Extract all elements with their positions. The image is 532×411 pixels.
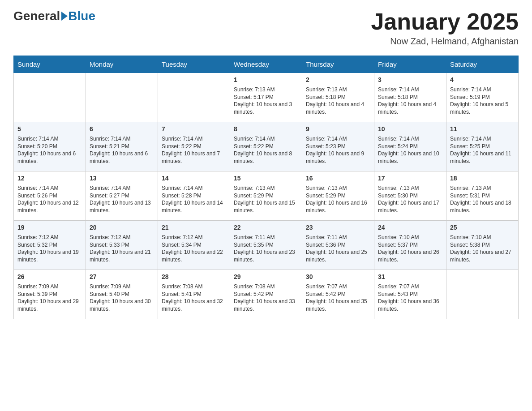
calendar-cell: 5Sunrise: 7:14 AM Sunset: 5:20 PM Daylig… (14, 122, 86, 171)
calendar-cell: 18Sunrise: 7:13 AM Sunset: 5:31 PM Dayli… (446, 171, 519, 221)
calendar-table: SundayMondayTuesdayWednesdayThursdayFrid… (13, 56, 519, 319)
day-of-week-header: Thursday (302, 56, 374, 73)
day-number: 11 (450, 125, 515, 134)
day-number: 6 (90, 125, 154, 134)
day-number: 24 (378, 223, 442, 232)
day-number: 10 (378, 125, 442, 134)
calendar-week-row: 19Sunrise: 7:12 AM Sunset: 5:32 PM Dayli… (14, 221, 519, 270)
calendar-cell (86, 73, 158, 122)
day-number: 19 (17, 223, 82, 232)
day-number: 5 (17, 125, 82, 134)
day-number: 14 (162, 174, 226, 183)
calendar-cell: 26Sunrise: 7:09 AM Sunset: 5:39 PM Dayli… (14, 270, 86, 319)
day-info: Sunrise: 7:13 AM Sunset: 5:29 PM Dayligh… (306, 184, 370, 214)
calendar-cell: 19Sunrise: 7:12 AM Sunset: 5:32 PM Dayli… (14, 221, 86, 270)
day-number: 27 (90, 273, 154, 282)
day-info: Sunrise: 7:13 AM Sunset: 5:17 PM Dayligh… (234, 86, 298, 116)
day-info: Sunrise: 7:07 AM Sunset: 5:42 PM Dayligh… (306, 283, 370, 313)
calendar-cell: 30Sunrise: 7:07 AM Sunset: 5:42 PM Dayli… (302, 270, 374, 319)
calendar-cell (14, 73, 86, 122)
logo-arrow (61, 12, 68, 21)
day-number: 31 (378, 273, 442, 282)
day-number: 1 (234, 76, 298, 85)
calendar-cell: 17Sunrise: 7:13 AM Sunset: 5:30 PM Dayli… (374, 171, 446, 221)
day-of-week-header: Tuesday (158, 56, 230, 73)
day-number: 26 (17, 273, 82, 282)
calendar-cell: 7Sunrise: 7:14 AM Sunset: 5:22 PM Daylig… (158, 122, 230, 171)
calendar-cell: 10Sunrise: 7:14 AM Sunset: 5:24 PM Dayli… (374, 122, 446, 171)
month-title: January 2025 (371, 9, 519, 34)
day-info: Sunrise: 7:14 AM Sunset: 5:19 PM Dayligh… (450, 86, 515, 116)
day-of-week-header: Sunday (14, 56, 86, 73)
day-info: Sunrise: 7:14 AM Sunset: 5:22 PM Dayligh… (162, 135, 226, 165)
calendar-cell: 4Sunrise: 7:14 AM Sunset: 5:19 PM Daylig… (446, 73, 519, 122)
calendar-cell: 21Sunrise: 7:12 AM Sunset: 5:34 PM Dayli… (158, 221, 230, 270)
day-info: Sunrise: 7:14 AM Sunset: 5:20 PM Dayligh… (17, 135, 82, 165)
calendar-cell: 13Sunrise: 7:14 AM Sunset: 5:27 PM Dayli… (86, 171, 158, 221)
day-info: Sunrise: 7:09 AM Sunset: 5:40 PM Dayligh… (90, 283, 154, 313)
day-number: 15 (234, 174, 298, 183)
day-number: 17 (378, 174, 442, 183)
calendar-week-row: 12Sunrise: 7:14 AM Sunset: 5:26 PM Dayli… (14, 171, 519, 221)
day-number: 16 (306, 174, 370, 183)
day-number: 13 (90, 174, 154, 183)
calendar-cell: 23Sunrise: 7:11 AM Sunset: 5:36 PM Dayli… (302, 221, 374, 270)
calendar-cell: 11Sunrise: 7:14 AM Sunset: 5:25 PM Dayli… (446, 122, 519, 171)
calendar-cell: 31Sunrise: 7:07 AM Sunset: 5:43 PM Dayli… (374, 270, 446, 319)
day-info: Sunrise: 7:10 AM Sunset: 5:37 PM Dayligh… (378, 234, 442, 264)
calendar-week-row: 1Sunrise: 7:13 AM Sunset: 5:17 PM Daylig… (14, 73, 519, 122)
logo-general: General (13, 9, 60, 23)
day-info: Sunrise: 7:13 AM Sunset: 5:30 PM Dayligh… (378, 184, 442, 214)
calendar-cell: 15Sunrise: 7:13 AM Sunset: 5:29 PM Dayli… (230, 171, 302, 221)
calendar-cell (158, 73, 230, 122)
calendar-cell: 22Sunrise: 7:11 AM Sunset: 5:35 PM Dayli… (230, 221, 302, 270)
title-section: January 2025 Now Zad, Helmand, Afghanist… (371, 9, 519, 47)
day-info: Sunrise: 7:14 AM Sunset: 5:18 PM Dayligh… (378, 86, 442, 116)
calendar-cell: 16Sunrise: 7:13 AM Sunset: 5:29 PM Dayli… (302, 171, 374, 221)
day-of-week-header: Saturday (446, 56, 519, 73)
day-number: 9 (306, 125, 370, 134)
day-info: Sunrise: 7:14 AM Sunset: 5:27 PM Dayligh… (90, 184, 154, 214)
logo-blue: Blue (68, 9, 95, 23)
calendar-cell: 24Sunrise: 7:10 AM Sunset: 5:37 PM Dayli… (374, 221, 446, 270)
logo: General Blue Blue (13, 9, 95, 23)
calendar-cell: 29Sunrise: 7:08 AM Sunset: 5:42 PM Dayli… (230, 270, 302, 319)
day-of-week-header: Wednesday (230, 56, 302, 73)
day-info: Sunrise: 7:14 AM Sunset: 5:28 PM Dayligh… (162, 184, 226, 214)
day-info: Sunrise: 7:08 AM Sunset: 5:42 PM Dayligh… (234, 283, 298, 313)
calendar-cell: 1Sunrise: 7:13 AM Sunset: 5:17 PM Daylig… (230, 73, 302, 122)
day-info: Sunrise: 7:14 AM Sunset: 5:21 PM Dayligh… (90, 135, 154, 165)
day-of-week-header: Monday (86, 56, 158, 73)
day-info: Sunrise: 7:14 AM Sunset: 5:26 PM Dayligh… (17, 184, 82, 214)
calendar-week-row: 5Sunrise: 7:14 AM Sunset: 5:20 PM Daylig… (14, 122, 519, 171)
day-number: 23 (306, 223, 370, 232)
day-number: 25 (450, 223, 515, 232)
day-number: 20 (90, 223, 154, 232)
day-info: Sunrise: 7:13 AM Sunset: 5:31 PM Dayligh… (450, 184, 515, 214)
day-number: 4 (450, 76, 515, 85)
calendar-cell: 3Sunrise: 7:14 AM Sunset: 5:18 PM Daylig… (374, 73, 446, 122)
calendar-cell: 27Sunrise: 7:09 AM Sunset: 5:40 PM Dayli… (86, 270, 158, 319)
calendar-cell: 12Sunrise: 7:14 AM Sunset: 5:26 PM Dayli… (14, 171, 86, 221)
day-info: Sunrise: 7:09 AM Sunset: 5:39 PM Dayligh… (17, 283, 82, 313)
day-number: 7 (162, 125, 226, 134)
day-info: Sunrise: 7:14 AM Sunset: 5:22 PM Dayligh… (234, 135, 298, 165)
calendar-cell: 28Sunrise: 7:08 AM Sunset: 5:41 PM Dayli… (158, 270, 230, 319)
calendar-cell: 25Sunrise: 7:10 AM Sunset: 5:38 PM Dayli… (446, 221, 519, 270)
calendar-cell: 20Sunrise: 7:12 AM Sunset: 5:33 PM Dayli… (86, 221, 158, 270)
day-info: Sunrise: 7:14 AM Sunset: 5:25 PM Dayligh… (450, 135, 515, 165)
calendar-cell: 2Sunrise: 7:13 AM Sunset: 5:18 PM Daylig… (302, 73, 374, 122)
day-number: 2 (306, 76, 370, 85)
calendar-week-row: 26Sunrise: 7:09 AM Sunset: 5:39 PM Dayli… (14, 270, 519, 319)
calendar-cell: 9Sunrise: 7:14 AM Sunset: 5:23 PM Daylig… (302, 122, 374, 171)
day-info: Sunrise: 7:12 AM Sunset: 5:33 PM Dayligh… (90, 234, 154, 264)
day-number: 8 (234, 125, 298, 134)
day-number: 18 (450, 174, 515, 183)
day-number: 29 (234, 273, 298, 282)
day-info: Sunrise: 7:10 AM Sunset: 5:38 PM Dayligh… (450, 234, 515, 264)
day-info: Sunrise: 7:14 AM Sunset: 5:23 PM Dayligh… (306, 135, 370, 165)
calendar-header-row: SundayMondayTuesdayWednesdayThursdayFrid… (14, 56, 519, 73)
day-info: Sunrise: 7:07 AM Sunset: 5:43 PM Dayligh… (378, 283, 442, 313)
page-header: General Blue Blue January 2025 Now Zad, … (13, 9, 519, 47)
day-info: Sunrise: 7:14 AM Sunset: 5:24 PM Dayligh… (378, 135, 442, 165)
